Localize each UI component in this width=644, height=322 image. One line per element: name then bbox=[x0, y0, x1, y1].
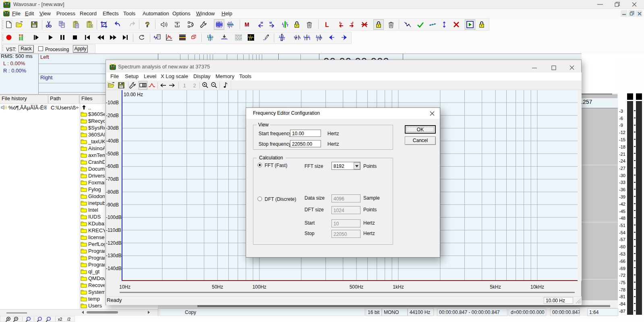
svg-text:2: 2 bbox=[193, 83, 196, 89]
svg-text:M: M bbox=[269, 21, 272, 24]
svg-text:x2: x2 bbox=[58, 317, 62, 322]
svg-text:M: M bbox=[244, 21, 249, 28]
svg-text:M: M bbox=[261, 21, 263, 24]
svg-text:?: ? bbox=[145, 21, 149, 29]
svg-text:1: 1 bbox=[183, 83, 186, 89]
svg-text:/2: /2 bbox=[67, 317, 71, 322]
svg-text:L: L bbox=[325, 21, 329, 28]
